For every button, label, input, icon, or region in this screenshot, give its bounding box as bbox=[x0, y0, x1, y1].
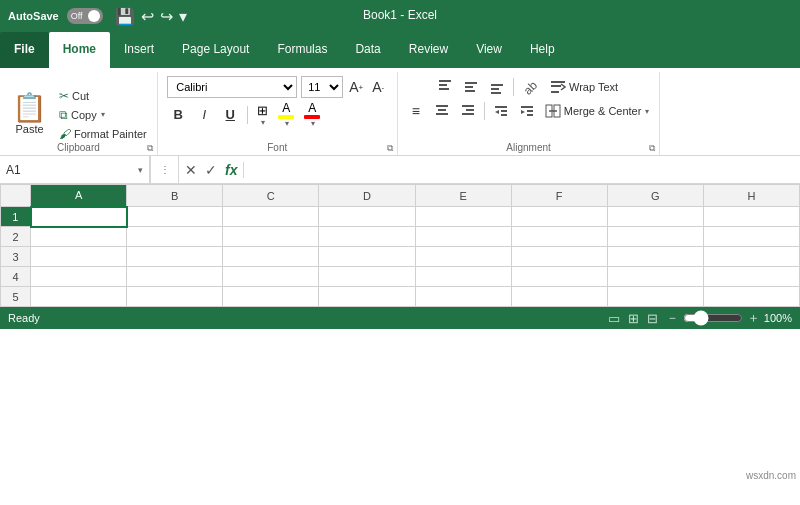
cell-E2[interactable] bbox=[415, 227, 511, 247]
fill-color-button[interactable]: A ▾ bbox=[275, 100, 297, 129]
page-break-view-button[interactable]: ⊟ bbox=[647, 311, 658, 326]
cell-E4[interactable] bbox=[415, 267, 511, 287]
cell-A2[interactable] bbox=[31, 227, 127, 247]
cell-F2[interactable] bbox=[511, 227, 607, 247]
cell-F5[interactable] bbox=[511, 287, 607, 307]
cell-B2[interactable] bbox=[127, 227, 223, 247]
normal-view-button[interactable]: ▭ bbox=[608, 311, 620, 326]
cut-button[interactable]: ✂ Cut bbox=[55, 87, 151, 105]
tab-page-layout[interactable]: Page Layout bbox=[168, 32, 263, 68]
cell-D5[interactable] bbox=[319, 287, 415, 307]
cell-H2[interactable] bbox=[703, 227, 799, 247]
cell-C1[interactable] bbox=[223, 207, 319, 227]
cell-A4[interactable] bbox=[31, 267, 127, 287]
font-color-button[interactable]: A ▾ bbox=[301, 100, 323, 129]
format-painter-button[interactable]: 🖌 Format Painter bbox=[55, 125, 151, 143]
page-layout-view-button[interactable]: ⊞ bbox=[628, 311, 639, 326]
col-header-H[interactable]: H bbox=[703, 185, 799, 207]
align-right-button[interactable] bbox=[456, 100, 480, 122]
tab-insert[interactable]: Insert bbox=[110, 32, 168, 68]
orientation-button[interactable]: ab bbox=[518, 76, 542, 98]
cell-A1[interactable] bbox=[31, 207, 127, 227]
tab-review[interactable]: Review bbox=[395, 32, 462, 68]
col-header-G[interactable]: G bbox=[607, 185, 703, 207]
zoom-out-button[interactable]: － bbox=[666, 309, 679, 327]
paste-button[interactable]: 📋 Paste bbox=[6, 92, 53, 137]
merge-center-button[interactable]: Merge & Center ▾ bbox=[541, 102, 654, 120]
cell-D4[interactable] bbox=[319, 267, 415, 287]
cell-H4[interactable] bbox=[703, 267, 799, 287]
col-header-A[interactable]: A bbox=[31, 185, 127, 207]
cell-B3[interactable] bbox=[127, 247, 223, 267]
underline-button[interactable]: U bbox=[219, 104, 241, 126]
italic-button[interactable]: I bbox=[193, 104, 215, 126]
cell-B4[interactable] bbox=[127, 267, 223, 287]
cell-A5[interactable] bbox=[31, 287, 127, 307]
copy-button[interactable]: ⧉ Copy ▾ bbox=[55, 106, 151, 124]
formula-input[interactable] bbox=[244, 156, 800, 183]
cell-E5[interactable] bbox=[415, 287, 511, 307]
decrease-indent-button[interactable] bbox=[489, 100, 513, 122]
cell-H3[interactable] bbox=[703, 247, 799, 267]
cell-B5[interactable] bbox=[127, 287, 223, 307]
tab-formulas[interactable]: Formulas bbox=[263, 32, 341, 68]
cell-G5[interactable] bbox=[607, 287, 703, 307]
cell-E1[interactable] bbox=[415, 207, 511, 227]
cell-F3[interactable] bbox=[511, 247, 607, 267]
insert-function-button[interactable]: fx bbox=[225, 162, 237, 178]
cell-G3[interactable] bbox=[607, 247, 703, 267]
col-header-F[interactable]: F bbox=[511, 185, 607, 207]
save-icon[interactable]: 💾 bbox=[115, 7, 135, 26]
cell-C4[interactable] bbox=[223, 267, 319, 287]
cell-E3[interactable] bbox=[415, 247, 511, 267]
cell-A3[interactable] bbox=[31, 247, 127, 267]
bold-button[interactable]: B bbox=[167, 104, 189, 126]
cell-reference-box[interactable]: A1 ▾ bbox=[0, 156, 150, 183]
wrap-text-button[interactable]: Wrap Text bbox=[544, 78, 624, 96]
align-center-button[interactable] bbox=[430, 100, 454, 122]
tab-data[interactable]: Data bbox=[341, 32, 394, 68]
cell-F1[interactable] bbox=[511, 207, 607, 227]
cell-D3[interactable] bbox=[319, 247, 415, 267]
col-header-E[interactable]: E bbox=[415, 185, 511, 207]
cell-G2[interactable] bbox=[607, 227, 703, 247]
cell-C2[interactable] bbox=[223, 227, 319, 247]
align-middle-button[interactable] bbox=[459, 76, 483, 98]
tab-help[interactable]: Help bbox=[516, 32, 569, 68]
cell-H1[interactable] bbox=[703, 207, 799, 227]
cell-F4[interactable] bbox=[511, 267, 607, 287]
font-name-select[interactable]: Calibri bbox=[167, 76, 297, 98]
redo-icon[interactable]: ↪ bbox=[160, 7, 173, 26]
clipboard-expand-icon[interactable]: ⧉ bbox=[147, 143, 153, 154]
zoom-in-button[interactable]: ＋ bbox=[747, 309, 760, 327]
col-header-D[interactable]: D bbox=[319, 185, 415, 207]
cell-D2[interactable] bbox=[319, 227, 415, 247]
cell-G1[interactable] bbox=[607, 207, 703, 227]
cancel-formula-button[interactable]: ✕ bbox=[185, 162, 197, 178]
autosave-toggle[interactable]: Off bbox=[67, 8, 103, 24]
zoom-slider[interactable] bbox=[683, 310, 743, 326]
undo-icon[interactable]: ↩ bbox=[141, 7, 154, 26]
cell-C3[interactable] bbox=[223, 247, 319, 267]
cell-C5[interactable] bbox=[223, 287, 319, 307]
tab-file[interactable]: File bbox=[0, 32, 49, 68]
cell-D1[interactable] bbox=[319, 207, 415, 227]
align-top-button[interactable] bbox=[433, 76, 457, 98]
decrease-font-size-button[interactable]: A- bbox=[369, 78, 387, 96]
font-size-select[interactable]: 11 bbox=[301, 76, 343, 98]
confirm-formula-button[interactable]: ✓ bbox=[205, 162, 217, 178]
cell-B1[interactable] bbox=[127, 207, 223, 227]
font-expand-icon[interactable]: ⧉ bbox=[387, 143, 393, 154]
tab-home[interactable]: Home bbox=[49, 32, 110, 68]
align-left-button[interactable]: ≡ bbox=[404, 100, 428, 122]
col-header-C[interactable]: C bbox=[223, 185, 319, 207]
increase-indent-button[interactable] bbox=[515, 100, 539, 122]
customize-icon[interactable]: ▾ bbox=[179, 7, 187, 26]
cell-G4[interactable] bbox=[607, 267, 703, 287]
tab-view[interactable]: View bbox=[462, 32, 516, 68]
align-bottom-button[interactable] bbox=[485, 76, 509, 98]
col-header-B[interactable]: B bbox=[127, 185, 223, 207]
borders-button[interactable]: ⊞ ▾ bbox=[254, 102, 271, 128]
cell-ref-dropdown-arrow[interactable]: ▾ bbox=[138, 165, 143, 175]
increase-font-size-button[interactable]: A+ bbox=[347, 78, 365, 96]
